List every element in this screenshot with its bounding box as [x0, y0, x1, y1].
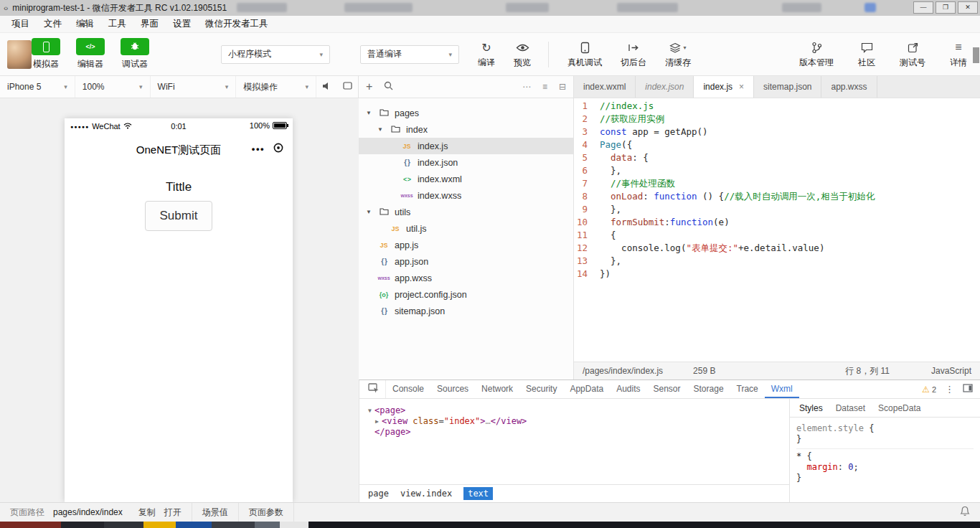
- editor-tab-index.js[interactable]: index.js×: [694, 76, 754, 98]
- minimize-button[interactable]: —: [913, 1, 933, 14]
- devtools-tab-appdata[interactable]: AppData: [563, 380, 610, 398]
- editor-tab-index.wxml[interactable]: index.wxml: [574, 76, 636, 98]
- tree-file-app.json[interactable]: { }app.json: [359, 253, 573, 270]
- simulator-toggle-button[interactable]: [32, 38, 60, 55]
- add-file-button[interactable]: +: [366, 81, 372, 93]
- devtools-tab-security[interactable]: Security: [519, 380, 563, 398]
- wxml-node[interactable]: ▶<view class="index">…</view>: [364, 416, 789, 427]
- search-button[interactable]: [384, 81, 393, 93]
- version-control-button[interactable]: 版本管理: [799, 39, 834, 69]
- tree-file-index.wxss[interactable]: wxssindex.wxss: [359, 187, 573, 204]
- code-line[interactable]: 4Page({: [574, 138, 980, 151]
- language-mode[interactable]: JavaScript: [931, 366, 971, 376]
- code-line[interactable]: 12 console.log("表单提交:"+e.detail.value): [574, 242, 980, 255]
- editor-tab-app.wxss[interactable]: app.wxss: [821, 76, 877, 98]
- rule-selector[interactable]: * {: [796, 451, 974, 462]
- menu-item-编辑[interactable]: 编辑: [69, 16, 101, 32]
- close-button[interactable]: ✕: [958, 1, 978, 14]
- node-expand-icon[interactable]: ▼: [365, 405, 374, 416]
- simulate-dropdown[interactable]: 模拟操作 ▾: [236, 76, 316, 98]
- folder-arrow-icon[interactable]: ▼: [366, 110, 375, 116]
- clear-cache-button[interactable]: ▾ 清缓存: [665, 39, 691, 69]
- more-dots-icon[interactable]: •••: [252, 143, 265, 154]
- pin-panel-button[interactable]: ⊟: [559, 82, 566, 92]
- node-expand-icon[interactable]: ▶: [372, 416, 382, 427]
- tree-file-project.config.json[interactable]: {o}project.config.json: [359, 286, 573, 303]
- tree-file-app.js[interactable]: JSapp.js: [359, 237, 573, 253]
- network-dropdown[interactable]: WiFi ▾: [151, 76, 237, 98]
- style-property[interactable]: margin: 0;: [796, 462, 974, 473]
- test-account-button[interactable]: 测试号: [900, 39, 925, 69]
- styles-tab-scopedata[interactable]: ScopeData: [872, 403, 927, 413]
- code-line[interactable]: 2//获取应用实例: [574, 113, 980, 126]
- code-line[interactable]: 9 },: [574, 203, 980, 216]
- code-line[interactable]: 6 },: [574, 164, 980, 177]
- devtools-tab-console[interactable]: Console: [386, 380, 430, 398]
- rule-selector[interactable]: element.style {: [796, 423, 974, 434]
- close-tab-icon[interactable]: ×: [739, 82, 744, 92]
- wxml-node[interactable]: ▼<page>: [364, 405, 789, 416]
- tree-file-util.js[interactable]: JSutil.js: [359, 220, 573, 237]
- compile-mode-dropdown[interactable]: 普通编译 ▾: [360, 45, 459, 64]
- capsule-close-icon[interactable]: [273, 142, 284, 156]
- copy-path-link[interactable]: 复制: [138, 506, 156, 519]
- styles-tab-dataset[interactable]: Dataset: [829, 403, 872, 413]
- menu-item-微信开发者工具[interactable]: 微信开发者工具: [198, 16, 275, 32]
- breadcrumb-text[interactable]: text: [463, 487, 493, 500]
- page-params-section[interactable]: 页面参数: [239, 503, 294, 522]
- user-avatar[interactable]: [7, 40, 32, 69]
- preview-button[interactable]: 预览: [514, 39, 531, 69]
- switch-background-button[interactable]: 切后台: [621, 39, 646, 69]
- editor-toggle-button[interactable]: </>: [76, 38, 105, 55]
- devtools-tab-audits[interactable]: Audits: [610, 380, 646, 398]
- device-dropdown[interactable]: iPhone 5 ▾: [0, 76, 75, 98]
- wxml-node[interactable]: </page>: [364, 427, 789, 438]
- dock-side-button[interactable]: [963, 384, 973, 395]
- debugger-toggle-button[interactable]: [121, 38, 149, 55]
- folder-arrow-icon[interactable]: ▼: [366, 209, 375, 215]
- devtools-tab-storage[interactable]: Storage: [687, 380, 730, 398]
- devtools-tab-wxml[interactable]: Wxml: [765, 380, 799, 398]
- styles-tab-styles[interactable]: Styles: [793, 403, 829, 413]
- scene-section[interactable]: 场景值: [192, 503, 239, 522]
- folder-arrow-icon[interactable]: ▼: [377, 126, 387, 133]
- code-line[interactable]: 10 formSubmit:function(e): [574, 216, 980, 229]
- kebab-menu-icon[interactable]: ⋮: [945, 384, 954, 395]
- devtools-tab-trace[interactable]: Trace: [730, 380, 765, 398]
- community-button[interactable]: 社区: [858, 39, 875, 69]
- mode-dropdown[interactable]: 小程序模式 ▾: [221, 45, 330, 64]
- open-path-link[interactable]: 打开: [164, 506, 182, 519]
- devtools-tab-sensor[interactable]: Sensor: [647, 380, 687, 398]
- code-line[interactable]: 13 },: [574, 255, 980, 268]
- menu-item-项目[interactable]: 项目: [4, 16, 37, 32]
- code-line[interactable]: 11 {: [574, 229, 980, 242]
- zoom-dropdown[interactable]: 100% ▾: [75, 76, 151, 98]
- warning-badge[interactable]: ⚠ 2: [922, 385, 936, 395]
- menu-item-设置[interactable]: 设置: [166, 16, 198, 32]
- toggle-simulator[interactable]: 模拟器: [32, 38, 60, 70]
- breadcrumb-view.index[interactable]: view.index: [400, 489, 452, 499]
- toggle-editor[interactable]: </> 编辑器: [76, 38, 105, 70]
- tree-folder-pages[interactable]: ▼pages: [359, 105, 573, 121]
- toggle-debugger[interactable]: 调试器: [121, 38, 149, 70]
- screenshot-button[interactable]: [337, 76, 358, 98]
- code-area[interactable]: 1//index.js2//获取应用实例3const app = getApp(…: [574, 98, 980, 362]
- restore-button[interactable]: ❐: [936, 1, 956, 14]
- tree-file-index.wxml[interactable]: < >index.wxml: [359, 171, 573, 187]
- tree-folder-utils[interactable]: ▼utils: [359, 204, 573, 220]
- editor-tab-index.json[interactable]: index.json: [636, 76, 694, 98]
- compile-button[interactable]: ↻ 编译: [478, 39, 495, 69]
- tree-folder-index[interactable]: ▼index: [359, 121, 573, 138]
- breadcrumb-page[interactable]: page: [368, 489, 389, 499]
- editor-tab-sitemap.json[interactable]: sitemap.json: [754, 76, 821, 98]
- submit-button[interactable]: Submit: [145, 201, 212, 231]
- menu-item-界面[interactable]: 界面: [133, 16, 166, 32]
- tree-file-sitemap.json[interactable]: { }sitemap.json: [359, 303, 573, 319]
- code-line[interactable]: 8 onLoad: function () {//载入时自动调用一次,相当于初始…: [574, 190, 980, 203]
- remote-debug-button[interactable]: 真机调试: [567, 39, 602, 69]
- code-line[interactable]: 7 //事件处理函数: [574, 177, 980, 190]
- mute-button[interactable]: [316, 76, 337, 98]
- devtools-tab-sources[interactable]: Sources: [430, 380, 475, 398]
- code-line[interactable]: 14}): [574, 268, 980, 280]
- devtools-tab-network[interactable]: Network: [475, 380, 519, 398]
